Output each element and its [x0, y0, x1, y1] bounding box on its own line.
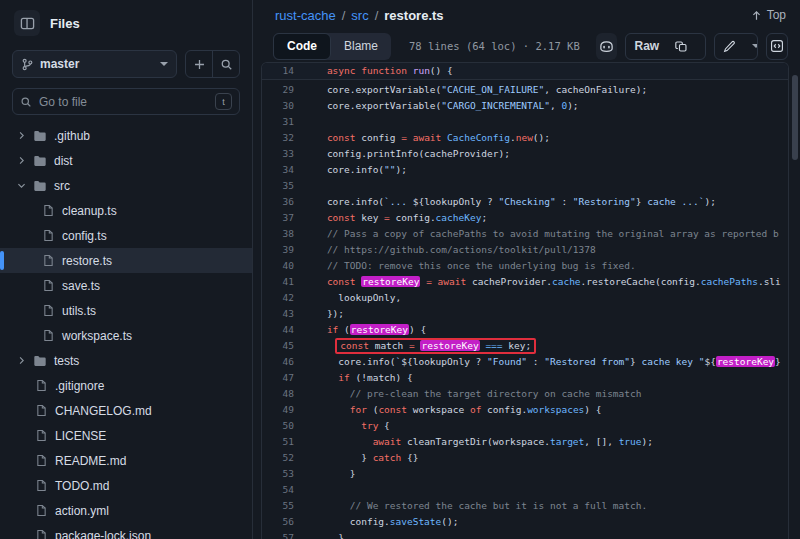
- tree-item-cleanup.ts[interactable]: cleanup.ts: [0, 198, 252, 223]
- download-icon: [704, 40, 706, 53]
- code-square-icon: [770, 39, 784, 53]
- branch-selector[interactable]: master: [12, 50, 177, 78]
- line-content: if (!match) {: [304, 370, 788, 386]
- file-icon: [42, 229, 55, 242]
- tab-code[interactable]: Code: [273, 33, 331, 60]
- back-to-top-link[interactable]: Top: [751, 8, 786, 22]
- line-number[interactable]: 36: [262, 194, 304, 210]
- symbol-occurrence-highlight: restoreKey: [716, 356, 775, 367]
- file-tree-sidebar: Files master: [0, 0, 253, 539]
- tree-item-action.yml[interactable]: action.yml: [0, 498, 252, 523]
- code-line-31: 31: [262, 114, 788, 130]
- copy-raw-button[interactable]: [667, 34, 696, 59]
- chevron-right-icon: [16, 131, 26, 140]
- line-number[interactable]: 44: [262, 322, 304, 338]
- tree-item-.github[interactable]: .github: [0, 123, 252, 148]
- line-number[interactable]: 48: [262, 386, 304, 402]
- page-scrollbar-thumb[interactable]: [792, 75, 798, 160]
- edit-dropdown-button[interactable]: [744, 34, 758, 59]
- code-lines: 29 core.exportVariable("CACHE_ON_FAILURE…: [262, 80, 788, 539]
- tree-item-.gitignore[interactable]: .gitignore: [0, 373, 252, 398]
- sticky-context-line: 14 async function run() {: [262, 63, 788, 80]
- tree-item-package-lock.json[interactable]: package-lock.json: [0, 523, 252, 539]
- line-number[interactable]: 38: [262, 226, 304, 242]
- line-number[interactable]: 49: [262, 402, 304, 418]
- tree-item-workspace.ts[interactable]: workspace.ts: [0, 323, 252, 348]
- tree-item-README.md[interactable]: README.md: [0, 448, 252, 473]
- code-line-56: 56 config.saveState();: [262, 514, 788, 530]
- line-number[interactable]: 29: [262, 82, 304, 98]
- line-number[interactable]: 31: [262, 114, 304, 130]
- line-content: for (const workspace of config.workspace…: [304, 402, 788, 418]
- tree-item-label: dist: [54, 154, 73, 168]
- code-line-40: 40 // TODO: remove this once the underly…: [262, 258, 788, 274]
- line-number[interactable]: 37: [262, 210, 304, 226]
- tree-item-utils.ts[interactable]: utils.ts: [0, 298, 252, 323]
- copilot-button[interactable]: [596, 33, 618, 60]
- tree-item-restore.ts[interactable]: restore.ts: [0, 248, 252, 273]
- line-number[interactable]: 53: [262, 466, 304, 482]
- breadcrumb-repo-link[interactable]: rust-cache: [275, 8, 336, 23]
- tree-item-config.ts[interactable]: config.ts: [0, 223, 252, 248]
- code-line-55: 55 // We restored the cache but it is no…: [262, 498, 788, 514]
- search-tree-button[interactable]: [213, 51, 239, 77]
- tree-item-label: .github: [54, 129, 90, 143]
- line-number[interactable]: 50: [262, 418, 304, 434]
- file-icon: [42, 279, 55, 292]
- raw-button[interactable]: Raw: [626, 34, 667, 59]
- line-number[interactable]: 39: [262, 242, 304, 258]
- line-number[interactable]: 32: [262, 130, 304, 146]
- tree-item-label: LICENSE: [55, 429, 106, 443]
- tree-item-TODO.md[interactable]: TODO.md: [0, 473, 252, 498]
- tree-item-tests[interactable]: tests: [0, 348, 252, 373]
- code-line-53: 53 }: [262, 466, 788, 482]
- chevron-down-icon: [160, 62, 168, 66]
- folder-icon: [33, 179, 47, 193]
- code-line-29: 29 core.exportVariable("CACHE_ON_FAILURE…: [262, 82, 788, 98]
- line-content: [304, 114, 788, 130]
- tab-blame[interactable]: Blame: [331, 33, 391, 60]
- chevron-down-icon: [752, 44, 758, 48]
- line-number[interactable]: 45: [262, 338, 304, 354]
- raw-actions-group: Raw: [625, 33, 705, 60]
- line-number[interactable]: 47: [262, 370, 304, 386]
- line-number[interactable]: 56: [262, 514, 304, 530]
- line-number[interactable]: 42: [262, 290, 304, 306]
- line-number[interactable]: 41: [262, 274, 304, 290]
- tree-item-dist[interactable]: dist: [0, 148, 252, 173]
- line-number[interactable]: 57: [262, 530, 304, 539]
- line-content: config.printInfo(cacheProvider);: [304, 146, 788, 162]
- symbols-panel-button[interactable]: [766, 33, 788, 60]
- sticky-line-content: async function run() {: [304, 63, 788, 79]
- breadcrumb-dir-link[interactable]: src: [351, 8, 368, 23]
- file-icon: [35, 404, 48, 417]
- line-number[interactable]: 34: [262, 162, 304, 178]
- line-number[interactable]: 52: [262, 450, 304, 466]
- code-line-48: 48 // pre-clean the target directory on …: [262, 386, 788, 402]
- tree-item-LICENSE[interactable]: LICENSE: [0, 423, 252, 448]
- line-number[interactable]: 14: [262, 63, 304, 79]
- chevron-right-icon: [16, 356, 26, 365]
- line-number[interactable]: 55: [262, 498, 304, 514]
- code-line-52: 52 } catch {}: [262, 450, 788, 466]
- line-number[interactable]: 54: [262, 482, 304, 498]
- goto-file-input[interactable]: [39, 95, 208, 109]
- edit-file-button[interactable]: [715, 34, 744, 59]
- tree-item-src[interactable]: src: [0, 173, 252, 198]
- collapse-sidebar-button[interactable]: [14, 10, 40, 36]
- line-number[interactable]: 35: [262, 178, 304, 194]
- tree-item-save.ts[interactable]: save.ts: [0, 273, 252, 298]
- line-number[interactable]: 46: [262, 354, 304, 370]
- tree-item-CHANGELOG.md[interactable]: CHANGELOG.md: [0, 398, 252, 423]
- line-number[interactable]: 40: [262, 258, 304, 274]
- line-number[interactable]: 33: [262, 146, 304, 162]
- goto-file-box[interactable]: t: [12, 88, 240, 115]
- line-number[interactable]: 30: [262, 98, 304, 114]
- line-number[interactable]: 51: [262, 434, 304, 450]
- tree-item-label: package-lock.json: [55, 529, 151, 539]
- add-file-button[interactable]: [186, 51, 212, 77]
- code-line-41: 41 const restoreKey = await cacheProvide…: [262, 274, 788, 290]
- chevron-down-icon: [16, 181, 26, 190]
- line-number[interactable]: 43: [262, 306, 304, 322]
- download-raw-button[interactable]: [696, 34, 706, 59]
